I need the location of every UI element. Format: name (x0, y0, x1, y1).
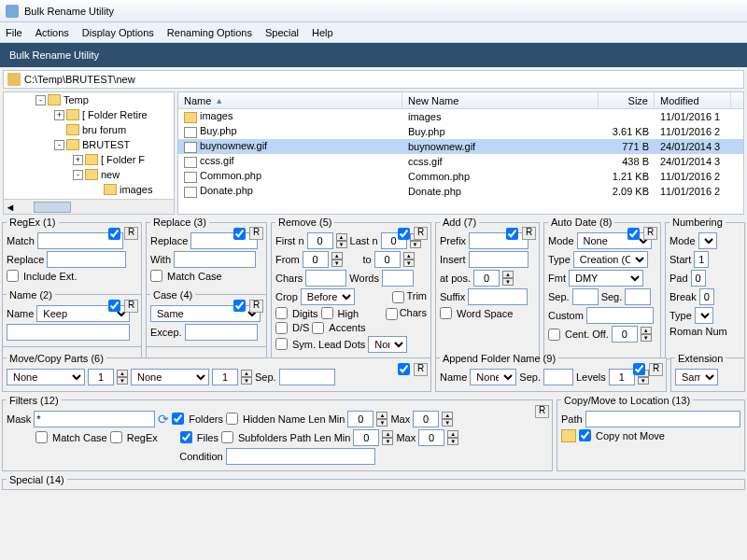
movecopy-n1[interactable] (88, 369, 114, 385)
remove-reset[interactable]: R (414, 227, 428, 240)
movecopy-enable[interactable] (398, 363, 410, 375)
tree-item[interactable]: +[ Folder Retire (4, 107, 174, 122)
movecopy-sel1[interactable]: None (7, 369, 85, 385)
name-enable[interactable] (108, 300, 120, 312)
accents-check[interactable] (312, 322, 324, 334)
regex-reset[interactable]: R (124, 227, 138, 240)
condition-input[interactable] (226, 448, 375, 465)
movecopy-sel2[interactable]: None (131, 369, 209, 385)
firstn-input[interactable] (307, 232, 333, 249)
hidden-check[interactable] (226, 413, 238, 425)
folders-check[interactable] (172, 413, 184, 425)
col-newname[interactable]: New Name (402, 92, 599, 108)
tree-item[interactable]: -new (4, 167, 174, 182)
words-input[interactable] (382, 270, 414, 287)
file-list[interactable]: Name▲ New Name Size Modified imagesimage… (177, 91, 744, 215)
atpos-input[interactable] (473, 270, 500, 287)
file-row[interactable]: Donate.phpDonate.php2.09 KB11/01/2016 2 (178, 184, 743, 199)
replace-enable[interactable] (233, 228, 246, 240)
name-input[interactable] (7, 324, 130, 341)
case-reset[interactable]: R (249, 300, 263, 313)
chars2-check[interactable] (386, 308, 398, 320)
copymove-path[interactable] (585, 411, 740, 427)
menu-file[interactable]: File (6, 27, 22, 38)
expand-icon[interactable]: - (73, 170, 83, 180)
expand-icon[interactable]: + (73, 155, 83, 165)
autodate-seg[interactable] (625, 288, 651, 305)
movecopy-reset[interactable]: R (414, 363, 428, 376)
refresh-icon[interactable]: ⟳ (158, 412, 169, 427)
replace-matchcase[interactable] (150, 270, 162, 282)
copynotmove-check[interactable] (579, 429, 591, 441)
path-bar[interactable]: C:\Temp\BRUTEST\new (3, 70, 744, 89)
filters-reset[interactable]: R (535, 405, 549, 418)
high-check[interactable] (321, 307, 333, 319)
autodate-off[interactable] (612, 326, 638, 343)
insert-input[interactable] (469, 251, 529, 268)
menu-special[interactable]: Special (265, 27, 299, 38)
appendfolder-name[interactable]: None (470, 369, 516, 385)
tree-item[interactable]: -BRUTEST (4, 137, 174, 152)
name-reset[interactable]: R (124, 300, 138, 313)
sym-check[interactable] (275, 338, 288, 350)
menu-actions[interactable]: Actions (35, 27, 69, 38)
tree-item[interactable]: bru forum (4, 122, 174, 137)
remove-enable[interactable] (398, 228, 410, 240)
tree-scrollbar[interactable]: ◄ (4, 199, 174, 214)
appendfolder-enable[interactable] (633, 363, 645, 375)
numbering-start[interactable] (694, 251, 709, 268)
regex-replace-input[interactable] (47, 251, 126, 268)
leaddots-select[interactable]: Non (368, 336, 407, 353)
menu-renaming[interactable]: Renaming Options (167, 27, 252, 38)
autodate-sep[interactable] (572, 288, 599, 305)
folder-open-icon[interactable] (561, 429, 576, 442)
file-row[interactable]: Buy.phpBuy.php3.61 KB11/01/2016 2 (178, 124, 743, 139)
movecopy-n2[interactable] (212, 369, 238, 385)
replace-reset[interactable]: R (249, 227, 263, 240)
add-reset[interactable]: R (522, 227, 536, 240)
crop-select[interactable]: Before (301, 288, 355, 305)
filter-regex[interactable] (110, 431, 122, 443)
menu-display[interactable]: Display Options (82, 27, 154, 38)
col-modified[interactable]: Modified (655, 92, 731, 108)
file-row[interactable]: Common.phpCommon.php1.21 KB11/01/2016 2 (178, 169, 743, 184)
col-name[interactable]: Name▲ (178, 92, 402, 108)
with-input[interactable] (174, 251, 256, 268)
file-row[interactable]: ccss.gifccss.gif438 B24/01/2014 3 (178, 154, 743, 169)
expand-icon[interactable]: + (54, 110, 64, 120)
file-row[interactable]: imagesimages11/01/2016 1 (178, 109, 743, 124)
appendfolder-sep[interactable] (543, 369, 573, 385)
col-size[interactable]: Size (599, 92, 655, 108)
filter-matchcase[interactable] (35, 431, 48, 443)
case-enable[interactable] (233, 300, 246, 312)
autodate-custom[interactable] (586, 307, 654, 324)
tree-item[interactable]: +[ Folder F (4, 152, 174, 167)
plmin-input[interactable] (353, 429, 379, 446)
tree-item[interactable]: -Temp (4, 92, 174, 107)
file-list-header[interactable]: Name▲ New Name Size Modified (178, 92, 743, 109)
numbering-mode[interactable]: None (698, 232, 717, 249)
add-enable[interactable] (506, 228, 518, 240)
file-row[interactable]: buynownew.gifbuynownew.gif771 B24/01/201… (178, 139, 743, 154)
trim-check[interactable] (392, 291, 404, 303)
movecopy-sep[interactable] (279, 369, 335, 385)
subfolders-check[interactable] (221, 431, 233, 443)
firstn-spinner[interactable]: ▲▼ (336, 233, 347, 248)
files-check[interactable] (180, 431, 192, 443)
autodate-type[interactable]: Creation (Cur (573, 251, 648, 268)
expand-icon[interactable]: - (35, 95, 46, 105)
autodate-enable[interactable] (627, 228, 640, 240)
regex-enable[interactable] (108, 228, 120, 240)
numbering-type[interactable]: Base (695, 307, 713, 324)
wordspace-check[interactable] (440, 307, 452, 319)
autodate-reset[interactable]: R (643, 227, 657, 240)
menu-help[interactable]: Help (312, 27, 333, 38)
autodate-fmt[interactable]: DMY (569, 270, 643, 287)
nlmin-input[interactable] (347, 411, 374, 427)
nlmax-input[interactable] (413, 411, 439, 427)
tree-item[interactable]: images (4, 182, 174, 197)
case-excep[interactable] (185, 324, 258, 341)
mask-input[interactable] (34, 411, 155, 427)
folder-tree[interactable]: -Temp+[ Folder Retirebru forum-BRUTEST+[… (3, 91, 175, 215)
suffix-input[interactable] (468, 288, 528, 305)
